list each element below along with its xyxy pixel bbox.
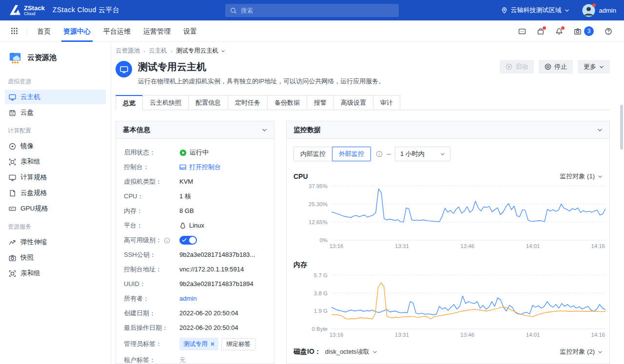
info-row-last-op-date: 最后操作日期： 2022-06-20 20:50:04 — [124, 323, 266, 333]
disk-icon — [9, 109, 16, 116]
tab-advanced-settings[interactable]: 高级设置 — [333, 95, 373, 110]
scrollbar-thumb[interactable] — [620, 105, 623, 150]
admin-tag[interactable]: 测试专用 — [179, 338, 218, 350]
sidebar-title[interactable]: 云资源池 — [0, 42, 111, 72]
stop-circle-icon — [545, 63, 551, 70]
ha-toggle[interactable] — [179, 236, 197, 245]
sidebar: 云资源池 虚拟资源 云主机 云盘 计算配置 镜像 亲和组 计算规格 — [0, 42, 111, 364]
task-count-badge[interactable]: 3 — [584, 26, 594, 36]
collapse-chevron-icon[interactable] — [597, 128, 603, 132]
bell-icon[interactable] — [555, 28, 563, 35]
tab-vm-snapshots[interactable]: 云主机快照 — [142, 95, 189, 110]
tab-overview[interactable]: 总览 — [116, 95, 143, 110]
info-row-cpu: CPU： 1 核 — [124, 192, 266, 201]
user-menu[interactable]: admin — [582, 4, 616, 17]
internal-monitor-button[interactable]: 内部监控 — [293, 147, 332, 161]
sidebar-item-autoscaling[interactable]: 弹性伸缩 — [5, 235, 106, 249]
more-button[interactable]: 更多 — [578, 60, 610, 74]
info-row-console: 控制台： 打开控制台 — [124, 162, 266, 172]
tasks-icon[interactable] — [537, 28, 545, 35]
nav-item-resource-center[interactable]: 资源中心 — [63, 20, 91, 42]
tab-scheduled-tasks[interactable]: 定时任务 — [228, 95, 268, 110]
svg-text:14:01: 14:01 — [526, 243, 540, 249]
sidebar-item-affinity-groups-2[interactable]: 亲和组 — [5, 266, 106, 281]
snapshot-camera-icon[interactable]: 3 — [574, 26, 594, 36]
range-dash: – — [387, 150, 391, 158]
chevron-down-icon — [221, 50, 225, 53]
gpu-card-icon — [9, 205, 16, 212]
sidebar-item-images[interactable]: 镜像 — [5, 139, 106, 153]
svg-text:0 Byte: 0 Byte — [312, 326, 328, 332]
tag-close-icon[interactable] — [211, 342, 214, 346]
main-nav: 首页 资源中心 平台运维 运营管理 设置 — [0, 20, 624, 42]
bell-alert-dot — [561, 26, 565, 30]
nav-item-operation-mgmt[interactable]: 运营管理 — [143, 20, 171, 42]
zstack-logo[interactable]: ZStack Cloud — [8, 4, 45, 17]
info-row-ssh-key: SSH公钥： 9b2a3e0281714837b183... — [124, 250, 266, 260]
info-icon[interactable] — [164, 237, 170, 244]
search-input[interactable] — [241, 7, 394, 14]
cpu-line-chart: 37.95%25.30%12.65%0%13:1613:3113:4614:01… — [293, 182, 609, 254]
svg-text:1.9 G: 1.9 G — [314, 308, 328, 314]
play-circle-icon — [506, 63, 512, 70]
chevron-down-icon — [598, 350, 603, 354]
logo-line1: ZStack — [24, 5, 45, 11]
info-row-ha-level: 高可用级别： — [124, 235, 266, 245]
disk-metric-dropdown[interactable]: disk_octets读取 — [325, 347, 377, 356]
tab-config-info[interactable]: 配置信息 — [188, 95, 228, 110]
basic-info-title: 基本信息 — [123, 126, 150, 134]
global-search[interactable] — [225, 4, 399, 17]
open-console-link[interactable]: 打开控制台 — [179, 162, 221, 172]
cpu-objects-dropdown[interactable]: 监控对象 (1) — [560, 172, 603, 181]
chevron-down-icon — [372, 350, 377, 354]
time-range-select[interactable]: 1 小时内 — [395, 147, 450, 161]
start-button[interactable]: 启动 — [500, 60, 534, 74]
apps-grid-icon[interactable] — [11, 27, 18, 35]
collapse-chevron-icon[interactable] — [262, 128, 267, 132]
tab-alerts[interactable]: 报警 — [307, 95, 334, 110]
info-row-admin-tags: 管理员标签： 测试专用 绑定标签 — [124, 338, 266, 350]
nav-item-home[interactable]: 首页 — [37, 20, 51, 42]
external-monitor-button[interactable]: 外部监控 — [332, 147, 371, 161]
console-terminal-icon[interactable] — [518, 28, 526, 35]
chevron-down-icon — [565, 9, 569, 12]
svg-text:13:46: 13:46 — [460, 243, 474, 249]
monitoring-panel: 监控数据 内部监控 外部监控 – 1 小时内 — [286, 121, 610, 364]
linux-penguin-icon — [179, 222, 186, 229]
sidebar-item-gpu-offerings[interactable]: GPU规格 — [5, 201, 106, 216]
disk-objects-dropdown[interactable]: 监控对象 (2) — [560, 347, 603, 356]
sidebar-item-snapshots[interactable]: 快照 — [5, 250, 106, 265]
disk-io-row: 磁盘IO： disk_octets读取 监控对象 (2) — [293, 347, 603, 356]
tab-backup-data[interactable]: 备份数据 — [267, 95, 307, 110]
sidebar-section-compute-config: 计算配置 — [0, 121, 111, 138]
info-row-platform: 平台： Linux — [124, 221, 266, 230]
sidebar-item-affinity-groups[interactable]: 亲和组 — [5, 154, 106, 169]
breadcrumb-cloud-pool[interactable]: 云资源池 — [116, 47, 140, 55]
action-buttons: 启动 停止 更多 — [500, 60, 610, 74]
tasks-alert-dot — [543, 26, 546, 30]
notification-dot — [592, 3, 596, 7]
info-icon[interactable] — [376, 151, 383, 157]
svg-text:13:31: 13:31 — [395, 332, 409, 338]
owner-link[interactable]: admin — [179, 294, 196, 304]
image-target-icon — [9, 143, 16, 150]
nav-item-settings[interactable]: 设置 — [183, 20, 197, 42]
bind-tag-button[interactable]: 绑定标签 — [221, 338, 255, 350]
running-status-icon — [179, 149, 187, 156]
svg-text:13:31: 13:31 — [395, 243, 409, 249]
sidebar-item-instance-offerings[interactable]: 计算规格 — [5, 170, 106, 185]
sidebar-item-volumes[interactable]: 云盘 — [5, 105, 106, 120]
stop-button[interactable]: 停止 — [539, 60, 573, 74]
svg-text:12.65%: 12.65% — [309, 219, 328, 225]
breadcrumb-vm[interactable]: 云主机 — [149, 47, 167, 55]
cpu-chart-title: CPU — [293, 172, 308, 180]
region-selector[interactable]: 云轴科技测试区域 — [501, 6, 569, 15]
tab-audit[interactable]: 审计 — [373, 95, 400, 110]
sidebar-item-volume-offerings[interactable]: 云盘规格 — [5, 186, 106, 200]
breadcrumb-current[interactable]: 测试专用云主机 — [176, 47, 226, 55]
help-icon[interactable] — [604, 28, 612, 35]
nav-item-platform-ops[interactable]: 平台运维 — [103, 20, 131, 42]
sidebar-item-vm-instances[interactable]: 云主机 — [5, 90, 106, 104]
console-window-icon — [179, 164, 186, 171]
svg-text:13:16: 13:16 — [330, 332, 344, 338]
